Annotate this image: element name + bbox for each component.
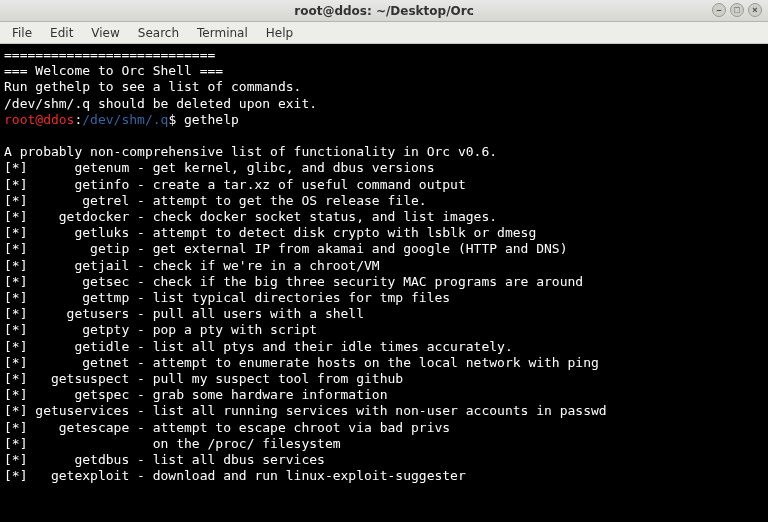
command-text: gethelp xyxy=(184,112,239,127)
titlebar: root@ddos: ~/Desktop/Orc – □ × xyxy=(0,0,768,22)
menu-terminal[interactable]: Terminal xyxy=(189,24,256,42)
minimize-button[interactable]: – xyxy=(712,3,726,17)
window-buttons: – □ × xyxy=(712,3,762,17)
help-row: [*] getdbus - list all dbus services xyxy=(4,452,325,467)
menu-view[interactable]: View xyxy=(83,24,127,42)
banner-line2: /dev/shm/.q should be deleted upon exit. xyxy=(4,96,317,111)
help-row: [*] getusers - pull all users with a she… xyxy=(4,306,364,321)
menu-help[interactable]: Help xyxy=(258,24,301,42)
help-row: [*] getdocker - check docker socket stat… xyxy=(4,209,497,224)
help-row: [*] getenum - get kernel, glibc, and dbu… xyxy=(4,160,434,175)
banner-title: === Welcome to Orc Shell === xyxy=(4,63,223,78)
prompt-user: root@ddos xyxy=(4,112,74,127)
banner-hr: =========================== xyxy=(4,47,215,62)
menu-file[interactable]: File xyxy=(4,24,40,42)
help-row: [*] getsec - check if the big three secu… xyxy=(4,274,583,289)
help-row: [*] gettmp - list typical directories fo… xyxy=(4,290,450,305)
menu-search[interactable]: Search xyxy=(130,24,187,42)
banner-line1: Run gethelp to see a list of commands. xyxy=(4,79,301,94)
terminal-output[interactable]: =========================== === Welcome … xyxy=(0,44,768,522)
intro-line: A probably non-comprehensive list of fun… xyxy=(4,144,497,159)
help-row: [*] getidle - list all ptys and their id… xyxy=(4,339,513,354)
help-row: [*] getjail - check if we're in a chroot… xyxy=(4,258,380,273)
minimize-icon: – xyxy=(716,6,721,15)
maximize-icon: □ xyxy=(734,6,739,15)
close-button[interactable]: × xyxy=(748,3,762,17)
maximize-button[interactable]: □ xyxy=(730,3,744,17)
window-title: root@ddos: ~/Desktop/Orc xyxy=(294,4,474,18)
prompt-sym: $ xyxy=(168,112,184,127)
help-row: [*] getescape - attempt to escape chroot… xyxy=(4,420,450,435)
help-row: [*] getuservices - list all running serv… xyxy=(4,403,607,418)
help-row: [*] getip - get external IP from akamai … xyxy=(4,241,568,256)
help-row: [*] getluks - attempt to detect disk cry… xyxy=(4,225,536,240)
help-row: [*] getspec - grab some hardware informa… xyxy=(4,387,388,402)
menubar: File Edit View Search Terminal Help xyxy=(0,22,768,44)
help-row: [*] on the /proc/ filesystem xyxy=(4,436,341,451)
help-row: [*] getpty - pop a pty with script xyxy=(4,322,317,337)
help-row: [*] getexploit - download and run linux-… xyxy=(4,468,466,483)
help-row: [*] getnet - attempt to enumerate hosts … xyxy=(4,355,599,370)
help-row: [*] getsuspect - pull my suspect tool fr… xyxy=(4,371,403,386)
prompt-path: /dev/shm/.q xyxy=(82,112,168,127)
help-row: [*] getinfo - create a tar.xz of useful … xyxy=(4,177,466,192)
close-icon: × xyxy=(752,6,757,15)
menu-edit[interactable]: Edit xyxy=(42,24,81,42)
help-row: [*] getrel - attempt to get the OS relea… xyxy=(4,193,427,208)
